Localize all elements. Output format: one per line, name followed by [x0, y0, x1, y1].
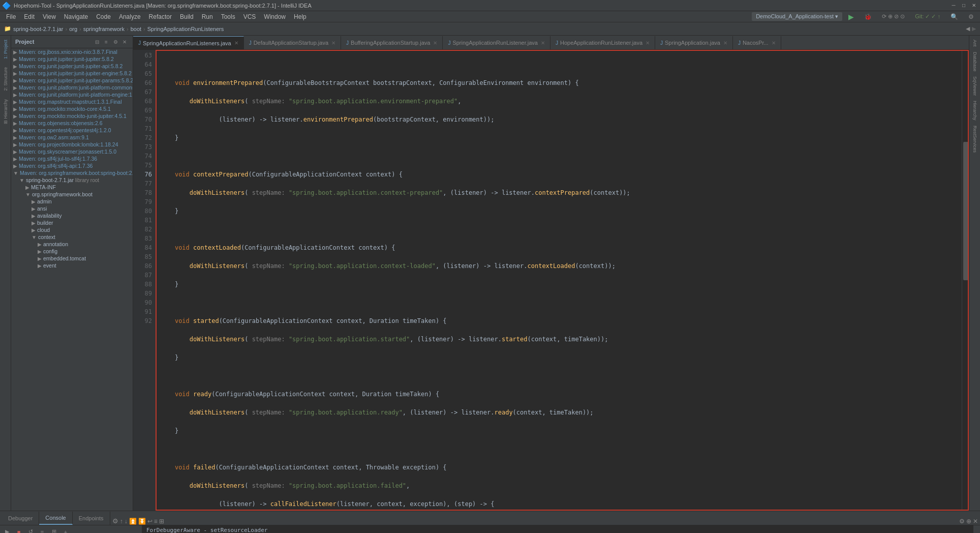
tree-item-maven-jsonassert[interactable]: ▶Maven: org.skyscreamer:jsonassert:1.5.0 [11, 148, 133, 155]
tree-item-maven-mockito-junit[interactable]: ▶Maven: org.mockito:mockito-junit-jupite… [11, 112, 133, 120]
tab-springapplication[interactable]: J SpringApplication.java ✕ [655, 36, 733, 49]
console-icon7[interactable]: ≡ [154, 518, 158, 525]
structure-panel-icon[interactable]: 2: Structure [2, 65, 9, 93]
sidebar-collapse-btn[interactable]: ⊟ [93, 38, 101, 46]
services-run-btn[interactable]: ▶ [2, 527, 12, 534]
sidebar-close-btn[interactable]: ✕ [120, 38, 129, 46]
tree-item-event[interactable]: ▶event [11, 262, 133, 269]
console-icon3[interactable]: ↓ [125, 518, 128, 525]
tree-item-maven-junit-engine[interactable]: ▶Maven: org.junit.jupiter:junit-jupiter-… [11, 70, 133, 77]
menu-item-navigate[interactable]: Navigate [60, 12, 92, 21]
tab-close-btn[interactable]: ✕ [234, 40, 238, 46]
tree-item-maven-mapstruct[interactable]: ▶Maven: org.mapstruct:mapstruct:1.3.1.Fi… [11, 98, 133, 105]
tab-close-btn3[interactable]: ✕ [433, 40, 437, 46]
menu-item-build[interactable]: Build [176, 12, 198, 21]
tree-item-embedded-tomcat[interactable]: ▶embedded.tomcat [11, 255, 133, 262]
bottom-tab-endpoints[interactable]: Endpoints [73, 512, 110, 525]
menu-item-window[interactable]: Window [260, 12, 290, 21]
sidebar-expand-btn[interactable]: ≡ [102, 38, 110, 46]
console-icon5[interactable]: ⏬ [138, 518, 146, 525]
run-config-dropdown[interactable]: DemoCloud_A_Application-test ▾ [752, 12, 842, 21]
tab-hopeapplicationrunlistener[interactable]: J HopeApplicationRunListener.java ✕ [550, 36, 655, 49]
tree-item-maven-slf4j-api[interactable]: ▶Maven: org.slf4j:slf4j-api:1.7.36 [11, 162, 133, 169]
menu-item-analyze[interactable]: Analyze [115, 12, 145, 21]
run-button[interactable]: ▶ [844, 12, 858, 22]
search-icon[interactable]: 🔍 [946, 12, 962, 21]
menu-item-file[interactable]: File [2, 12, 20, 21]
database-panel-icon[interactable]: Database [971, 50, 978, 74]
project-panel-icon[interactable]: 1: Project [2, 38, 9, 61]
tree-item-maven-jboss[interactable]: ▶Maven: org.jboss.xnio:xnio-nio:3.8.7.Fi… [11, 48, 133, 55]
nav-item-class[interactable]: SpringApplicationRunListeners [147, 26, 224, 32]
bottom-settings-btn[interactable]: ⚙ [959, 518, 965, 525]
scrollbar-thumb[interactable] [963, 142, 968, 280]
tree-item-maven-platform-commons[interactable]: ▶Maven: org.junit.platform:junit-platfor… [11, 84, 133, 91]
tree-item-maven-platform-engine[interactable]: ▶Maven: org.junit.platform:junit-platfor… [11, 91, 133, 98]
console-icon2[interactable]: ↑ [120, 518, 123, 525]
tree-item-maven-springboot[interactable]: ▼Maven: org.springframework.boot:spring-… [11, 169, 133, 176]
code-editor[interactable]: 63 64 65 66 67 68 69 70 71 72 73 74 75 7… [133, 50, 969, 511]
tree-item-maven-objenesis[interactable]: ▶Maven: org.objenesis:objenesis:2.6 [11, 120, 133, 127]
services-group-btn[interactable]: ⊞ [49, 527, 59, 534]
git-status[interactable]: Git: ✓ ✓ ↑ [911, 12, 944, 21]
tab-close-btn2[interactable]: ✕ [331, 40, 335, 46]
tree-item-maven-junit[interactable]: ▶Maven: org.junit.jupiter:junit-jupiter:… [11, 55, 133, 63]
console-scrollbar[interactable] [973, 525, 980, 533]
code-content[interactable]: void environmentPrepared(ConfigurableBoo… [156, 50, 962, 511]
tree-item-maven-asm[interactable]: ▶Maven: org.ow2.asm:asm:9.1 [11, 134, 133, 141]
menu-item-vcs[interactable]: VCS [239, 12, 260, 21]
tab-nacospr[interactable]: J NacosPr... ✕ [733, 36, 781, 49]
console-icon4[interactable]: ⏫ [129, 518, 137, 525]
console-icon8[interactable]: ⊞ [159, 518, 164, 525]
sqviewer-panel-icon[interactable]: SqViewer [971, 74, 978, 98]
nav-item-jar[interactable]: spring-boot-2.7.1.jar [13, 26, 63, 32]
tree-item-maven-mockito[interactable]: ▶Maven: org.mockito:mockito-core:4.5.1 [11, 105, 133, 112]
close-button[interactable]: ✕ [970, 2, 978, 10]
editor-scrollbar[interactable] [962, 50, 969, 511]
minimize-button[interactable]: ─ [950, 2, 958, 10]
tree-item-availability[interactable]: ▶availability [11, 212, 133, 219]
tab-close-btn7[interactable]: ✕ [772, 40, 776, 46]
menu-item-help[interactable]: Help [290, 12, 311, 21]
menu-item-run[interactable]: Run [198, 12, 217, 21]
tree-item-context[interactable]: ▼context [11, 233, 133, 241]
nav-back-button[interactable]: ◀ [966, 25, 970, 32]
tree-item-admin[interactable]: ▶admin [11, 198, 133, 205]
tree-item-maven-opentest4j[interactable]: ▶Maven: org.opentest4j:opentest4j:1.2.0 [11, 127, 133, 134]
debug-button[interactable]: 🐞 [860, 12, 876, 21]
tree-item-meta-inf[interactable]: ▶META-INF [11, 184, 133, 191]
tab-close-btn6[interactable]: ✕ [723, 40, 727, 46]
nav-item-org[interactable]: org [69, 26, 77, 32]
restservices-panel-icon[interactable]: RestServices [971, 124, 978, 155]
tree-item-annotation[interactable]: ▶annotation [11, 241, 133, 248]
tree-item-maven-lombok[interactable]: ▶Maven: org.projectlombok:lombok:1.18.24 [11, 141, 133, 148]
tree-item-ansi[interactable]: ▶ansi [11, 205, 133, 212]
nav-forward-button[interactable]: ▶ [972, 25, 976, 32]
tree-item-builder[interactable]: ▶builder [11, 219, 133, 226]
tab-defaultapplicationstartup[interactable]: J DefaultApplicationStartup.java ✕ [244, 36, 341, 49]
console-icon1[interactable]: ⚙ [112, 517, 118, 525]
tab-springapplicationrunlisteners[interactable]: J SpringApplicationRunListeners.java ✕ [133, 36, 244, 49]
tab-bufferingapplicationstartup[interactable]: J BufferingApplicationStartup.java ✕ [341, 36, 443, 49]
ant-panel-icon[interactable]: Ant [971, 38, 978, 49]
tree-item-maven-jul-slf4j[interactable]: ▶Maven: org.slf4j:jul-to-slf4j:1.7.36 [11, 155, 133, 162]
services-restart-btn[interactable]: ↺ [25, 527, 36, 534]
tab-close-btn5[interactable]: ✕ [646, 40, 650, 46]
tree-item-cloud[interactable]: ▶cloud [11, 226, 133, 233]
tab-springapplicationrunlistener[interactable]: J SpringApplicationRunListener.java ✕ [443, 36, 550, 49]
bottom-gear-btn[interactable]: ⊕ [966, 518, 971, 525]
tree-item-config[interactable]: ▶config [11, 248, 133, 255]
console-icon6[interactable]: ↩ [147, 518, 152, 525]
bottom-tab-debugger[interactable]: Debugger [2, 512, 39, 525]
services-filter-btn[interactable]: ≡ [37, 527, 47, 534]
menu-item-view[interactable]: View [39, 12, 60, 21]
hierarchy-panel-icon[interactable]: Hierarchy [971, 99, 978, 123]
nav-item-boot[interactable]: boot [131, 26, 141, 32]
tab-close-btn4[interactable]: ✕ [541, 40, 545, 46]
menu-item-tools[interactable]: Tools [217, 12, 239, 21]
menu-item-code[interactable]: Code [92, 12, 115, 21]
menu-item-refactor[interactable]: Refactor [145, 12, 176, 21]
settings-icon[interactable]: ⚙ [964, 12, 978, 21]
bottom-close-btn[interactable]: ✕ [973, 518, 978, 525]
services-add-btn[interactable]: + [60, 527, 71, 534]
